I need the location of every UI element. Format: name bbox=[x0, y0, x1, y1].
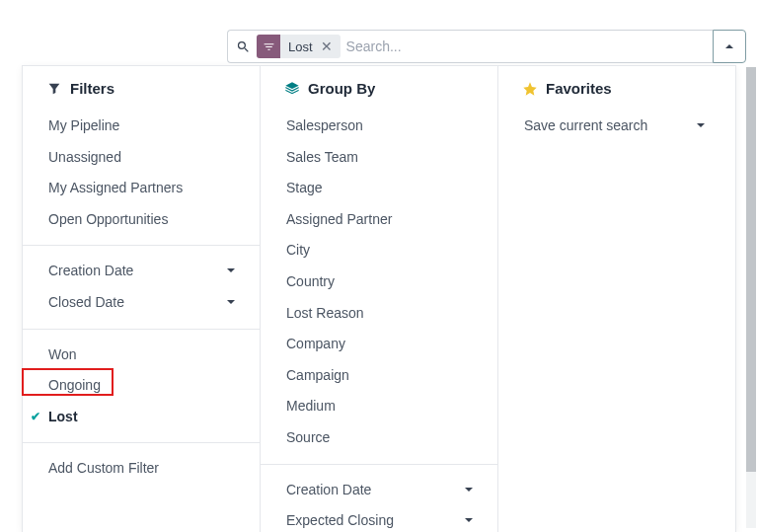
search-options-toggle[interactable] bbox=[713, 30, 746, 63]
active-filter-tag[interactable]: Lost ✕ bbox=[257, 35, 341, 58]
layers-icon bbox=[284, 81, 300, 97]
filters-column: Filters My Pipeline Unassigned My Assign… bbox=[23, 66, 260, 532]
caret-up-icon bbox=[724, 41, 734, 51]
filter-won[interactable]: Won bbox=[23, 340, 260, 371]
groupby-stage[interactable]: Stage bbox=[261, 173, 497, 204]
search-options-panel: Filters My Pipeline Unassigned My Assign… bbox=[22, 65, 736, 532]
favorites-column: Favorites Save current search bbox=[497, 66, 735, 532]
groupby-sales-team[interactable]: Sales Team bbox=[261, 142, 497, 174]
groupby-expected-closing[interactable]: Expected Closing bbox=[261, 505, 497, 532]
filters-title: Filters bbox=[70, 80, 114, 97]
remove-filter-icon[interactable]: ✕ bbox=[319, 38, 341, 54]
filters-header: Filters bbox=[23, 80, 260, 107]
filter-creation-date[interactable]: Creation Date bbox=[23, 256, 260, 287]
favorites-header: Favorites bbox=[498, 80, 735, 107]
groupby-source[interactable]: Source bbox=[261, 422, 497, 454]
groupby-city[interactable]: City bbox=[261, 235, 497, 266]
groupby-company[interactable]: Company bbox=[261, 329, 497, 360]
search-input[interactable] bbox=[346, 38, 705, 54]
add-custom-filter[interactable]: Add Custom Filter bbox=[23, 453, 260, 485]
caret-down-icon bbox=[464, 511, 474, 531]
groupby-header: Group By bbox=[261, 80, 497, 107]
caret-down-icon bbox=[464, 481, 474, 500]
groupby-creation-date[interactable]: Creation Date bbox=[261, 475, 497, 506]
groupby-salesperson[interactable]: Salesperson bbox=[261, 111, 497, 142]
groupby-campaign[interactable]: Campaign bbox=[261, 360, 497, 392]
funnel-icon bbox=[257, 35, 280, 58]
check-icon: ✔ bbox=[31, 409, 40, 425]
star-icon bbox=[522, 81, 538, 97]
favorites-title: Favorites bbox=[546, 80, 612, 97]
filter-open-opportunities[interactable]: Open Opportunities bbox=[23, 204, 260, 236]
filter-my-assigned-partners[interactable]: My Assigned Partners bbox=[23, 173, 260, 204]
groupby-lost-reason[interactable]: Lost Reason bbox=[261, 298, 497, 330]
save-current-search[interactable]: Save current search bbox=[498, 111, 735, 142]
groupby-title: Group By bbox=[308, 80, 375, 97]
filter-unassigned[interactable]: Unassigned bbox=[23, 142, 260, 174]
groupby-country[interactable]: Country bbox=[261, 266, 497, 298]
filter-closed-date[interactable]: Closed Date bbox=[23, 287, 260, 319]
filter-lost[interactable]: ✔Lost bbox=[23, 402, 260, 433]
groupby-medium[interactable]: Medium bbox=[261, 391, 497, 422]
filter-ongoing[interactable]: Ongoing bbox=[23, 370, 260, 402]
search-icon bbox=[236, 39, 251, 54]
active-filter-label: Lost bbox=[280, 39, 319, 54]
scrollbar[interactable] bbox=[746, 67, 756, 528]
caret-down-icon bbox=[226, 262, 236, 281]
filter-my-pipeline[interactable]: My Pipeline bbox=[23, 111, 260, 142]
caret-down-icon bbox=[696, 116, 706, 136]
caret-down-icon bbox=[226, 293, 236, 313]
scrollbar-thumb[interactable] bbox=[746, 67, 756, 472]
groupby-assigned-partner[interactable]: Assigned Partner bbox=[261, 204, 497, 236]
funnel-icon bbox=[46, 81, 62, 97]
groupby-column: Group By Salesperson Sales Team Stage As… bbox=[260, 66, 497, 532]
search-bar[interactable]: Lost ✕ bbox=[227, 30, 713, 63]
